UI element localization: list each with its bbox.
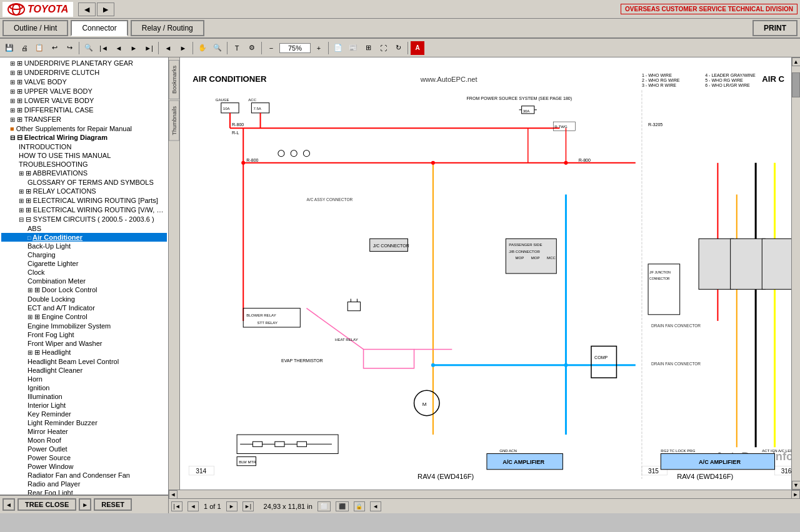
tree-item[interactable]: Ignition	[1, 383, 167, 392]
nav-back-button[interactable]: ◄	[78, 2, 96, 16]
zoom-in-button[interactable]: 🔍	[211, 41, 224, 55]
status-next-page[interactable]: ►	[226, 501, 238, 511]
tree-item[interactable]: TROUBLESHOOTING	[1, 160, 167, 169]
status-last-page[interactable]: ►|	[242, 501, 254, 511]
print-tool-button[interactable]: 🖨	[18, 41, 31, 55]
lock-button[interactable]: 🔒	[354, 501, 365, 511]
tree-item[interactable]: Moon Roof	[1, 436, 167, 445]
h-scroll-track[interactable]	[178, 490, 791, 498]
tree-nav-fwd[interactable]: ►	[79, 498, 91, 511]
tree-nav-back[interactable]: ◄	[2, 498, 15, 511]
undo-tool-button[interactable]: ↩	[48, 41, 61, 55]
tree-item[interactable]: ⊟ SYSTEM CIRCUITS ( 2000.5 - 2003.6 )	[1, 215, 167, 224]
save-tool-button[interactable]: 💾	[2, 41, 16, 55]
hand-tool-button[interactable]: ✋	[196, 41, 209, 55]
tree-item[interactable]: ⊞ LOWER VALVE BODY	[1, 96, 167, 106]
tree-item[interactable]: ⊞ UNDERDRIVE PLANETARY GEAR	[1, 59, 167, 68]
prev-page-button[interactable]: |◄	[97, 41, 111, 55]
scroll-left-arrow[interactable]: ◄	[169, 490, 178, 499]
tree-item[interactable]: Cigarette Lighter	[1, 259, 167, 268]
tree-item[interactable]: ⊞ TRANSFER	[1, 115, 167, 124]
tree-item[interactable]: Charging	[1, 250, 167, 259]
next-nav-button[interactable]: ►	[176, 41, 190, 55]
bookmarks-tab[interactable]: Bookmarks	[169, 60, 179, 99]
scroll-right-arrow[interactable]: ►	[791, 490, 800, 499]
spread-button[interactable]: ⊞	[361, 41, 375, 55]
rotate-button[interactable]: ↻	[391, 41, 405, 55]
fit-page-button[interactable]: ⬜	[318, 501, 331, 511]
tree-item[interactable]: ECT and A/T Indicator	[1, 303, 167, 312]
tree-item[interactable]: Front Wiper and Washer	[1, 339, 167, 348]
page-view-button[interactable]: 📄	[331, 41, 345, 55]
diagram-scrollbar-vertical[interactable]: ▲ ▼	[791, 57, 800, 490]
tree-item[interactable]: ⊞ UPPER VALVE BODY	[1, 87, 167, 96]
tree-item[interactable]: Front Fog Light	[1, 330, 167, 339]
scroll-thumb[interactable]	[792, 72, 800, 97]
reset-button[interactable]: RESET	[94, 498, 132, 511]
print-button[interactable]: PRINT	[752, 20, 798, 36]
tree-item[interactable]: Interior Light	[1, 401, 167, 410]
fit-width-button[interactable]: ⬛	[336, 501, 349, 511]
tree-item[interactable]: Power Outlet	[1, 445, 167, 453]
prev-button[interactable]: ◄	[112, 41, 126, 55]
tree-item[interactable]: Engine Immobilizer System	[1, 322, 167, 330]
scroll-track[interactable]	[792, 66, 800, 481]
tree-item[interactable]: ⊞ Headlight	[1, 348, 167, 357]
status-first-page[interactable]: |◄	[171, 501, 182, 511]
next-page-button[interactable]: ►|	[142, 41, 156, 55]
tree-item[interactable]: Illumination	[1, 392, 167, 401]
tree-item[interactable]: ⊞ ELECTRICAL WIRING ROUTING [V/W, G/P, S…	[1, 205, 167, 215]
tree-item[interactable]: ⊞ ABBREVIATIONS	[1, 169, 167, 178]
tree-item[interactable]: Horn	[1, 375, 167, 383]
tab-outline-hint[interactable]: Outline / Hint	[2, 20, 68, 36]
tree-item[interactable]: ⊞ Door Lock Control	[1, 285, 167, 295]
tree-item[interactable]: ⊞ VALVE BODY	[1, 77, 167, 87]
tab-relay-routing[interactable]: Relay / Routing	[131, 20, 204, 36]
settings-tool-button[interactable]: ⚙	[245, 41, 259, 55]
tree-item[interactable]: Combination Meter	[1, 277, 167, 285]
status-prev-page[interactable]: ◄	[188, 501, 199, 511]
tree-item[interactable]: ⊞ RELAY LOCATIONS	[1, 187, 167, 196]
redo-tool-button[interactable]: ↪	[62, 41, 76, 55]
tree-close-button[interactable]: TREE CLOSE	[18, 498, 76, 511]
tree-item[interactable]: Headlight Cleaner	[1, 366, 167, 375]
tree-item[interactable]: Key Reminder	[1, 410, 167, 418]
tree-item[interactable]: ⊟ Electrical Wiring Diagram	[1, 133, 167, 142]
tree-item[interactable]: □ Air Conditioner	[1, 233, 167, 242]
tree-area[interactable]: ⊞ UNDERDRIVE PLANETARY GEAR⊞ UNDERDRIVE …	[0, 57, 168, 495]
tree-item[interactable]: ⊞ DIFFERENTIAL CASE	[1, 106, 167, 115]
scroll-down-arrow[interactable]: ▼	[792, 481, 801, 490]
thumbnails-tab[interactable]: Thumbnails	[169, 101, 179, 141]
tree-item[interactable]: Clock	[1, 268, 167, 277]
tree-item[interactable]: Headlight Beam Level Control	[1, 357, 167, 366]
zoom-out-button[interactable]: −	[264, 41, 278, 55]
zoom-plus-button[interactable]: +	[312, 41, 326, 55]
tree-item[interactable]: ⊞ Engine Control	[1, 312, 167, 322]
tree-item[interactable]: Radio and Player	[1, 480, 167, 488]
copy-tool-button[interactable]: 📋	[32, 41, 46, 55]
full-screen-button[interactable]: ⛶	[376, 41, 390, 55]
tree-item[interactable]: HOW TO USE THIS MANUAL	[1, 151, 167, 160]
tree-item[interactable]: Rear Fog Light	[1, 488, 167, 495]
tree-item[interactable]: GLOSSARY OF TERMS AND SYMBOLS	[1, 178, 167, 187]
adobe-button[interactable]: A	[411, 41, 424, 55]
tree-item[interactable]: Mirror Heater	[1, 427, 167, 436]
status-extra-button[interactable]: ◄	[370, 501, 381, 511]
tree-item[interactable]: Power Window	[1, 462, 167, 471]
text-tool-button[interactable]: T	[230, 41, 244, 55]
two-page-button[interactable]: 📰	[346, 41, 360, 55]
search-tool-button[interactable]: 🔍	[82, 41, 96, 55]
diagram-scrollbar-horizontal[interactable]: ◄ ►	[169, 490, 800, 498]
tree-item[interactable]: ⊞ UNDERDRIVE CLUTCH	[1, 68, 167, 77]
tree-item[interactable]: ⊞ ELECTRICAL WIRING ROUTING [Parts]	[1, 196, 167, 205]
tree-item[interactable]: INTRODUCTION	[1, 142, 167, 151]
nav-forward-button[interactable]: ►	[97, 2, 114, 16]
next-button[interactable]: ►	[127, 41, 141, 55]
tree-item[interactable]: Double Locking	[1, 295, 167, 303]
tree-item[interactable]: Back-Up Light	[1, 242, 167, 250]
prev-nav-button[interactable]: ◄	[161, 41, 175, 55]
tree-item[interactable]: ABS	[1, 224, 167, 233]
tree-item[interactable]: Radiator Fan and Condenser Fan	[1, 471, 167, 480]
scroll-up-arrow[interactable]: ▲	[792, 57, 801, 66]
tab-connector[interactable]: Connector	[71, 20, 128, 36]
